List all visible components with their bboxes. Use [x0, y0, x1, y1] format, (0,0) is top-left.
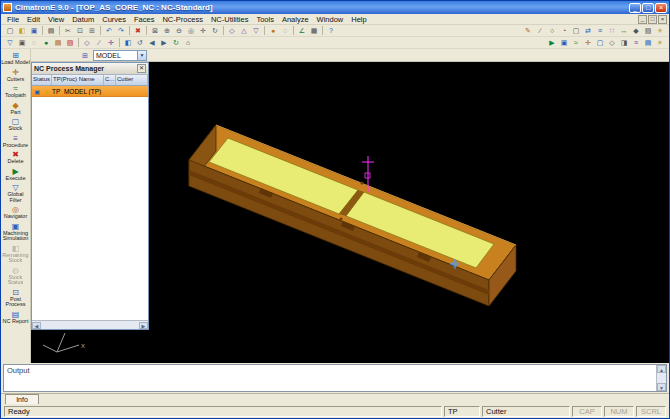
zoom-fit-button[interactable]: ◎	[185, 25, 197, 36]
select-filter-button[interactable]: ▽	[4, 37, 16, 48]
horizontal-scrollbar[interactable]: ◀ ▶	[32, 320, 148, 329]
scroll-down-icon[interactable]: ▼	[657, 383, 666, 391]
menu-help[interactable]: Help	[347, 15, 370, 24]
mirror-button[interactable]: ⇄	[582, 25, 594, 36]
process-row-tp-model[interactable]: ▣ ☀ TP_MODEL (TP)	[32, 86, 148, 97]
column-tp-proc-name[interactable]: TP(Proc) Name	[52, 75, 104, 85]
options-button[interactable]: ☀	[654, 37, 666, 48]
sidebar-item-nc-report[interactable]: ▤ NC Report	[1, 310, 30, 325]
previous-view-button[interactable]: ◀	[146, 37, 158, 48]
sidebar-item-part[interactable]: ◆ Part	[1, 101, 30, 116]
report-button[interactable]: ▤	[642, 37, 654, 48]
print-button[interactable]: ▤	[45, 25, 57, 36]
sidebar-item-stock-status[interactable]: ◍ Stock Status	[1, 266, 30, 286]
zoom-in-button[interactable]: ⊕	[161, 25, 173, 36]
stock-display-button[interactable]: ▢	[594, 37, 606, 48]
menu-nc-utilities[interactable]: NC-Utilities	[207, 15, 253, 24]
sketcher-button[interactable]: ✎	[522, 25, 534, 36]
sidebar-item-load-model[interactable]: ⊞ Load Model	[1, 51, 30, 66]
select-all-button[interactable]: ▣	[16, 37, 28, 48]
tab-info[interactable]: Info	[5, 394, 39, 404]
menu-edit[interactable]: Edit	[23, 15, 44, 24]
sidebar-item-procedure[interactable]: ≡ Procedure	[1, 134, 30, 149]
sidebar-item-navigator[interactable]: ◎ Navigator	[1, 205, 30, 220]
column-status[interactable]: Status	[32, 75, 52, 85]
dimension-button[interactable]: ↔	[618, 25, 630, 36]
close-button[interactable]: ×	[655, 3, 667, 13]
menu-tools[interactable]: Tools	[252, 15, 278, 24]
model-tree-button[interactable]: ⊞	[79, 50, 91, 61]
zoom-out-button[interactable]: ⊖	[173, 25, 185, 36]
process-table-body[interactable]	[32, 97, 148, 320]
model-combo[interactable]: MODEL ▼	[93, 50, 147, 61]
sidebar-item-machining-simulation[interactable]: ▣ Machining Simulation	[1, 222, 30, 242]
section-button[interactable]: ◧	[122, 37, 134, 48]
fullscreen-button[interactable]: ⌂	[182, 37, 194, 48]
line-button[interactable]: ∕	[534, 25, 546, 36]
new-button[interactable]: ▢	[4, 25, 16, 36]
panel-close-icon[interactable]: ✕	[137, 64, 146, 73]
cutter-display-button[interactable]: ✛	[582, 37, 594, 48]
column-cutter[interactable]: Cutter	[116, 75, 148, 85]
column-c[interactable]: C...	[104, 75, 116, 85]
menu-window[interactable]: Window	[313, 15, 348, 24]
maximize-button[interactable]: □	[642, 3, 654, 13]
menu-datum[interactable]: Datum	[68, 15, 98, 24]
sidebar-item-execute[interactable]: ▶ Execute	[1, 167, 30, 182]
menu-view[interactable]: View	[44, 15, 68, 24]
vertical-scrollbar[interactable]: ▲ ▼	[656, 365, 666, 391]
render-button[interactable]: ☀	[654, 25, 666, 36]
refresh-button[interactable]: ↻	[170, 37, 182, 48]
boundary-button[interactable]: ◇	[606, 37, 618, 48]
copy-button[interactable]: ⊡	[74, 25, 86, 36]
mdi-restore-button[interactable]: □	[648, 15, 657, 24]
wireframe-button[interactable]: ◌	[279, 25, 291, 36]
menu-file[interactable]: File	[3, 15, 23, 24]
datum-plane-button[interactable]: ◇	[81, 37, 93, 48]
pan-button[interactable]: ✛	[197, 25, 209, 36]
scroll-left-icon[interactable]: ◀	[32, 322, 41, 329]
help-button[interactable]: ?	[325, 25, 337, 36]
scroll-up-icon[interactable]: ▲	[657, 365, 666, 373]
menu-nc-process[interactable]: NC-Process	[158, 15, 206, 24]
mdi-minimize-button[interactable]: _	[638, 15, 647, 24]
mdi-close-button[interactable]: ×	[658, 15, 667, 24]
offset-button[interactable]: ≡	[594, 25, 606, 36]
sidebar-item-remaining-stock[interactable]: ◧ Remaining Stock	[1, 244, 30, 264]
grid-button[interactable]: ▦	[308, 25, 320, 36]
paste-button[interactable]: ⊞	[86, 25, 98, 36]
save-button[interactable]: ▣	[28, 25, 40, 36]
layers-button[interactable]: ▤	[52, 37, 64, 48]
chevron-down-icon[interactable]: ▼	[137, 51, 146, 60]
sidebar-item-delete[interactable]: ✖ Delete	[1, 150, 30, 165]
open-button[interactable]: ◧	[16, 25, 28, 36]
sidebar-item-toolpath[interactable]: ≈ Toolpath	[1, 84, 30, 99]
point-button[interactable]: ◆	[630, 25, 642, 36]
dynamic-rotate-button[interactable]: ↺	[134, 37, 146, 48]
next-view-button[interactable]: ▶	[158, 37, 170, 48]
pattern-button[interactable]: ∷	[606, 25, 618, 36]
zoom-window-button[interactable]: ⊠	[149, 25, 161, 36]
delete-button[interactable]: ✖	[132, 25, 144, 36]
sidebar-item-post-process[interactable]: ⊡ Post Process	[1, 288, 30, 308]
cut-button[interactable]: ✂	[62, 25, 74, 36]
sidebar-item-global-filter[interactable]: ▽ Global Filter	[1, 183, 30, 203]
measure-button[interactable]: ∠	[296, 25, 308, 36]
hide-button[interactable]: ◌	[28, 37, 40, 48]
simulate-button[interactable]: ▶	[546, 37, 558, 48]
iso-view-button[interactable]: ◇	[226, 25, 238, 36]
menu-faces[interactable]: Faces	[130, 15, 158, 24]
top-view-button[interactable]: △	[238, 25, 250, 36]
front-view-button[interactable]: ▽	[250, 25, 262, 36]
ucs-button[interactable]: ✛	[105, 37, 117, 48]
redo-button[interactable]: ↷	[115, 25, 127, 36]
shaded-button[interactable]: ●	[267, 25, 279, 36]
show-button[interactable]: ●	[40, 37, 52, 48]
rotate-view-button[interactable]: ↻	[209, 25, 221, 36]
hatch-button[interactable]: ▧	[642, 25, 654, 36]
menu-analyze[interactable]: Analyze	[278, 15, 313, 24]
colors-button[interactable]: ▧	[64, 37, 76, 48]
sidebar-item-stock[interactable]: ▢ Stock	[1, 117, 30, 132]
sidebar-item-cutters[interactable]: ✛ Cutters	[1, 68, 30, 83]
datum-axis-button[interactable]: ∕	[93, 37, 105, 48]
